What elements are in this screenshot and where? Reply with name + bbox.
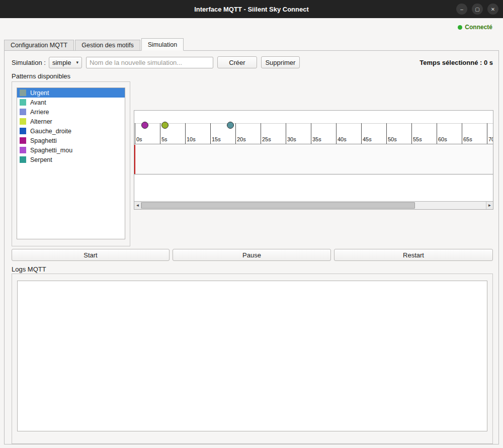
- tick-label: 35s: [312, 136, 321, 142]
- pattern-item-alterner[interactable]: Alterner: [17, 117, 125, 126]
- scroll-right-icon: ►: [488, 203, 492, 208]
- maximize-button[interactable]: ▢: [472, 4, 483, 15]
- pattern-swatch-icon: [20, 137, 26, 144]
- tick-label: 5s: [161, 136, 167, 142]
- tick-mark: [160, 123, 160, 144]
- scrollbar-left-button[interactable]: ◄: [134, 202, 141, 209]
- window-title: Interface MQTT - Siilent Sky Connect: [194, 6, 309, 13]
- tick-label: 50s: [388, 136, 397, 142]
- scrollbar-thumb[interactable]: [141, 202, 415, 209]
- tab-panel-simulation: Simulation : simple ▾ Créer Supprimer Te…: [4, 50, 499, 444]
- tick-mark: [235, 123, 236, 144]
- playhead: [134, 145, 135, 174]
- timeline-track[interactable]: [134, 145, 493, 174]
- tick-mark: [361, 123, 362, 144]
- connection-status: Connecté: [458, 24, 492, 31]
- pattern-item-spaghetti[interactable]: Spaghetti: [17, 136, 125, 145]
- pattern-label: Urgent: [30, 89, 49, 97]
- tab-configuration-mqtt[interactable]: Configuration MQTT: [4, 40, 74, 51]
- pattern-item-arriere[interactable]: Arriere: [17, 107, 125, 117]
- pattern-label: Serpent: [30, 156, 52, 163]
- connected-dot-icon: [458, 25, 462, 30]
- pattern-item-avant[interactable]: Avant: [17, 98, 125, 107]
- ruler-top-line: [134, 123, 493, 124]
- timeline-horizontal-scrollbar[interactable]: ◄ ►: [134, 201, 493, 209]
- tick-mark: [261, 123, 261, 144]
- timeline-marker[interactable]: [227, 122, 234, 129]
- pattern-swatch-icon: [20, 156, 26, 163]
- simulation-select[interactable]: simple ▾: [49, 57, 82, 68]
- tick-mark: [437, 123, 437, 144]
- tick-label: 25s: [262, 136, 271, 142]
- pattern-label: Gauche_droite: [30, 128, 71, 135]
- patterns-list[interactable]: UrgentAvantArriereAlternerGauche_droiteS…: [17, 87, 125, 239]
- simulation-select-value: simple: [52, 59, 71, 66]
- create-simulation-button[interactable]: Créer: [217, 56, 257, 68]
- tick-label: 60s: [438, 136, 447, 142]
- minimize-button[interactable]: –: [456, 4, 467, 15]
- tick-mark: [462, 123, 462, 144]
- tick-mark: [185, 123, 186, 144]
- simulation-label: Simulation :: [12, 59, 46, 66]
- patterns-title: Patterns disponibles: [12, 72, 70, 80]
- tick-mark: [311, 123, 311, 144]
- simulation-toolbar: Simulation : simple ▾ Créer Supprimer Te…: [12, 56, 493, 68]
- delete-simulation-button[interactable]: Supprimer: [261, 56, 300, 68]
- connection-status-label: Connecté: [465, 24, 492, 31]
- patterns-panel: UrgentAvantArriereAlternerGauche_droiteS…: [12, 81, 130, 246]
- logs-output[interactable]: [17, 281, 487, 431]
- tick-label: 70: [488, 136, 493, 142]
- tick-label: 10s: [187, 136, 196, 142]
- timeline: 0s5s10s15s20s25s30s35s40s45s50s55s60s65s…: [134, 110, 493, 210]
- pattern-swatch-icon: [20, 89, 26, 96]
- close-button[interactable]: ✕: [487, 4, 498, 15]
- pattern-item-gauche_droite[interactable]: Gauche_droite: [17, 126, 125, 136]
- close-icon: ✕: [491, 7, 495, 12]
- pattern-swatch-icon: [20, 147, 26, 153]
- scroll-left-icon: ◄: [136, 203, 140, 208]
- timeline-marker[interactable]: [161, 122, 169, 129]
- tab-simulation[interactable]: Simulation: [141, 38, 184, 51]
- selected-time-label: Temps sélectionné : 0 s: [420, 59, 493, 66]
- pattern-label: Alterner: [30, 118, 52, 125]
- start-button[interactable]: Start: [12, 249, 170, 261]
- tab-gestion-des-motifs[interactable]: Gestion des motifs: [75, 40, 140, 51]
- tick-label: 65s: [463, 136, 472, 142]
- maximize-icon: ▢: [475, 7, 479, 12]
- tick-mark: [386, 123, 387, 144]
- app-window: Interface MQTT - Siilent Sky Connect – ▢…: [0, 0, 503, 448]
- tick-label: 45s: [363, 136, 372, 142]
- scrollbar-right-button[interactable]: ►: [486, 202, 493, 209]
- pattern-label: Spaghetti_mou: [30, 147, 72, 154]
- tick-label: 55s: [413, 136, 422, 142]
- timeline-marker[interactable]: [141, 122, 148, 129]
- pattern-item-spaghetti_mou[interactable]: Spaghetti_mou: [17, 145, 125, 155]
- pattern-swatch-icon: [20, 118, 26, 125]
- window-controls: – ▢ ✕: [456, 4, 498, 15]
- tick-label: 40s: [338, 136, 347, 142]
- pattern-swatch-icon: [20, 128, 26, 134]
- tick-label: 0s: [136, 136, 142, 142]
- tick-label: 30s: [287, 136, 296, 142]
- pattern-label: Spaghetti: [30, 137, 57, 144]
- tick-mark: [336, 123, 337, 144]
- restart-button[interactable]: Restart: [334, 249, 493, 261]
- tick-label: 20s: [237, 136, 246, 142]
- tick-mark: [135, 123, 135, 144]
- logs-panel: [12, 274, 493, 444]
- pattern-item-urgent[interactable]: Urgent: [17, 88, 125, 98]
- new-simulation-name-input[interactable]: [86, 57, 213, 68]
- pause-button[interactable]: Pause: [173, 249, 331, 261]
- chevron-down-icon: ▾: [76, 60, 78, 65]
- pattern-swatch-icon: [20, 99, 26, 106]
- titlebar[interactable]: Interface MQTT - Siilent Sky Connect – ▢…: [0, 0, 503, 18]
- pattern-label: Avant: [30, 99, 46, 106]
- timeline-ruler[interactable]: 0s5s10s15s20s25s30s35s40s45s50s55s60s65s…: [134, 111, 493, 144]
- tick-mark: [286, 123, 286, 144]
- tick-mark: [411, 123, 412, 144]
- tab-bar: Configuration MQTT Gestion des motifs Si…: [4, 38, 185, 51]
- logs-title: Logs MQTT: [12, 265, 46, 273]
- pattern-swatch-icon: [20, 109, 26, 115]
- scrollbar-track[interactable]: [415, 202, 486, 209]
- pattern-item-serpent[interactable]: Serpent: [17, 155, 125, 164]
